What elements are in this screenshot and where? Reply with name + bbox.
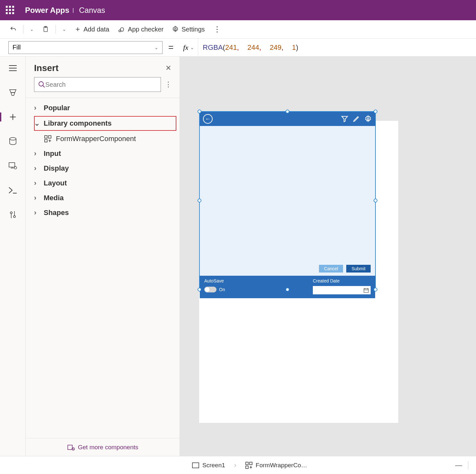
equals-sign: =	[163, 42, 179, 53]
autosave-label: AutoSave	[204, 278, 225, 283]
autosave-section: AutoSave On	[204, 278, 225, 296]
screen-icon	[192, 462, 199, 468]
svg-point-15	[367, 118, 369, 120]
app-header: Power Apps | Canvas	[0, 0, 476, 20]
search-input-wrapper[interactable]	[34, 77, 161, 92]
chevron-right-icon: ›	[34, 209, 40, 217]
rail-media[interactable]	[6, 160, 20, 172]
breadcrumb: Screen1 › FormWrapperCo…	[188, 460, 312, 471]
paste-dropdown[interactable]: ⌄	[59, 25, 69, 34]
svg-rect-20	[246, 466, 248, 469]
category-display[interactable]: › Display	[26, 161, 180, 176]
created-date-label: Created Date	[313, 278, 371, 283]
breadcrumb-screen[interactable]: Screen1	[188, 460, 230, 471]
insert-tree: › Popular ⌄ Library components FormWrapp…	[26, 98, 180, 223]
svg-point-3	[175, 28, 177, 30]
calendar-icon	[364, 288, 369, 293]
form-wrapper-component-instance[interactable]: ← Cancel Submit	[199, 111, 376, 290]
zoom-controls: —	[455, 461, 468, 470]
fx-button[interactable]: fx⌄	[179, 39, 198, 56]
svg-rect-18	[246, 462, 248, 465]
zoom-out-button[interactable]: —	[455, 461, 462, 470]
property-name: Fill	[13, 44, 21, 51]
category-input[interactable]: › Input	[26, 146, 180, 161]
app-title: Power Apps	[25, 6, 69, 15]
panel-overflow[interactable]: ⋮	[165, 80, 171, 89]
category-layout[interactable]: › Layout	[26, 176, 180, 191]
app-launcher-icon[interactable]	[6, 6, 15, 15]
undo-dropdown[interactable]: ⌄	[27, 25, 37, 34]
overflow-button[interactable]: ⋮	[210, 26, 224, 33]
paste-button[interactable]	[39, 23, 52, 35]
component-toolbar: ←	[200, 112, 375, 126]
app-section: Canvas	[79, 6, 105, 15]
chevron-right-icon: ›	[234, 461, 236, 470]
rail-advanced[interactable]	[6, 184, 20, 196]
component-icon	[245, 462, 252, 469]
svg-rect-16	[364, 289, 368, 292]
app-checker-button[interactable]: App checker	[114, 23, 167, 35]
formula-fn: RGBA	[203, 43, 223, 51]
cancel-button[interactable]: Cancel	[319, 265, 343, 273]
get-more-components-link[interactable]: Get more components	[26, 438, 180, 456]
created-date-section: Created Date	[313, 278, 371, 296]
components-icon	[67, 444, 75, 451]
autosave-state: On	[219, 287, 225, 292]
rail-hamburger[interactable]	[6, 62, 20, 74]
search-input[interactable]	[45, 81, 157, 88]
chevron-down-icon: ⌄	[34, 119, 40, 128]
rail-tree-view[interactable]	[6, 87, 20, 98]
svg-rect-11	[48, 136, 51, 138]
undo-button[interactable]	[6, 24, 20, 35]
breadcrumb-component[interactable]: FormWrapperCo…	[241, 460, 312, 471]
svg-rect-12	[45, 139, 47, 142]
svg-rect-19	[250, 462, 252, 465]
chevron-right-icon: ›	[34, 149, 40, 158]
submit-button[interactable]: Submit	[346, 265, 371, 273]
svg-point-9	[39, 82, 43, 86]
rail-data[interactable]	[6, 136, 20, 147]
app-checker-label: App checker	[128, 26, 163, 33]
property-selector[interactable]: Fill ⌄	[8, 41, 163, 54]
search-icon	[38, 81, 45, 88]
filter-icon[interactable]	[341, 115, 348, 122]
zoom-divider	[468, 461, 468, 470]
formula-bar: Fill ⌄ = fx⌄ RGBA(241, 244, 249, 1)	[0, 39, 476, 57]
category-media[interactable]: › Media	[26, 191, 180, 205]
add-data-button[interactable]: Add data	[71, 24, 112, 35]
canvas[interactable]: ← Cancel Submit	[180, 57, 476, 456]
command-bar: ⌄ ⌄ Add data App checker Settings ⋮	[0, 20, 476, 39]
chevron-right-icon: ›	[34, 164, 40, 173]
left-rail	[0, 57, 26, 456]
back-icon[interactable]: ←	[203, 114, 213, 124]
rail-tools[interactable]	[6, 209, 20, 220]
created-date-input[interactable]	[313, 286, 371, 294]
title-divider: |	[73, 7, 74, 13]
svg-point-4	[10, 138, 16, 140]
status-bar: Screen1 › FormWrapperCo… —	[0, 456, 476, 474]
component-icon	[44, 135, 51, 142]
item-form-wrapper-component[interactable]: FormWrapperComponent	[26, 131, 180, 146]
svg-point-6	[14, 166, 17, 169]
rail-insert[interactable]	[6, 111, 20, 123]
edit-icon[interactable]	[353, 115, 360, 122]
add-data-label: Add data	[84, 26, 109, 33]
settings-label: Settings	[181, 26, 205, 33]
svg-point-8	[13, 216, 15, 218]
category-popular[interactable]: › Popular	[26, 101, 180, 115]
panel-title: Insert	[34, 63, 58, 73]
svg-rect-17	[192, 463, 199, 468]
svg-rect-5	[9, 163, 15, 167]
svg-rect-13	[68, 445, 72, 450]
autosave-toggle[interactable]	[204, 287, 216, 292]
svg-point-2	[119, 30, 121, 32]
close-icon[interactable]: ✕	[165, 64, 171, 72]
category-shapes[interactable]: › Shapes	[26, 205, 180, 220]
separator	[23, 25, 23, 34]
category-library-components[interactable]: ⌄ Library components	[34, 116, 176, 131]
svg-point-7	[10, 212, 12, 214]
settings-button[interactable]: Settings	[169, 24, 208, 35]
formula-input[interactable]: RGBA(241, 244, 249, 1)	[198, 43, 303, 52]
gear-icon[interactable]	[364, 115, 372, 123]
chevron-right-icon: ›	[34, 194, 40, 202]
